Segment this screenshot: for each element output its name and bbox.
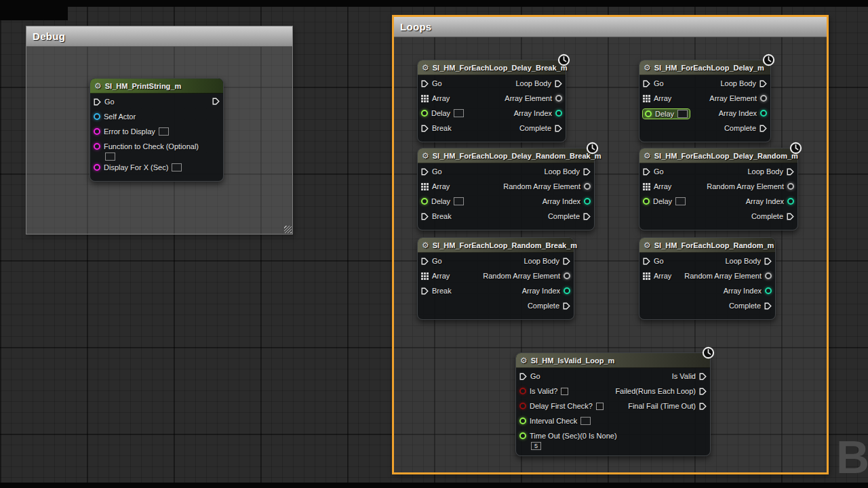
bool-pin-icon[interactable] bbox=[519, 403, 526, 409]
blueprint-node[interactable]: ⚙SI_HM_ForEachLoop_Random_Break_mGoLoop … bbox=[417, 237, 574, 320]
exec-pin-icon[interactable] bbox=[583, 213, 591, 220]
array-pin-icon[interactable] bbox=[643, 272, 650, 280]
pin-label: Loop Body bbox=[747, 167, 783, 176]
exec-pin-icon[interactable] bbox=[764, 258, 772, 265]
pin-row: DelayArray Index bbox=[418, 108, 566, 123]
float-pin-icon[interactable] bbox=[421, 198, 428, 205]
exec-pin-icon[interactable] bbox=[421, 287, 429, 295]
exec-pin-icon[interactable] bbox=[760, 125, 767, 132]
pin-value-editbox[interactable] bbox=[172, 163, 182, 171]
node-header[interactable]: ⚙SI_HM_ForEachLoop_Delay_Break_m bbox=[418, 60, 566, 75]
blueprint-node[interactable]: ⚙SI_HM_ForEachLoop_Delay_mGoLoop BodyArr… bbox=[639, 60, 771, 142]
pin-value-editbox[interactable] bbox=[677, 110, 688, 118]
pin-value-editbox[interactable] bbox=[454, 197, 464, 205]
pin-line: Interval Check bbox=[519, 417, 591, 425]
int-pin-icon[interactable] bbox=[564, 287, 570, 294]
pin-line: Array Index bbox=[522, 287, 570, 295]
array-pin-icon[interactable] bbox=[421, 272, 429, 280]
object-pin-icon[interactable] bbox=[94, 113, 100, 120]
pin-line: Go bbox=[519, 372, 540, 380]
exec-pin-icon[interactable] bbox=[563, 258, 570, 265]
exec-pin-icon[interactable] bbox=[212, 98, 220, 105]
exec-pin-icon[interactable] bbox=[555, 80, 562, 87]
wildcard-pin-icon[interactable] bbox=[765, 272, 772, 279]
pin-value-editbox[interactable] bbox=[675, 197, 686, 205]
wildcard-pin-icon[interactable] bbox=[555, 95, 562, 102]
exec-pin-icon[interactable] bbox=[421, 213, 429, 220]
exec-pin-icon[interactable] bbox=[643, 258, 650, 265]
pin-line: Array bbox=[643, 272, 671, 280]
string-pin-icon[interactable] bbox=[94, 164, 100, 171]
blueprint-node[interactable]: ⚙SI_HM_ForEachLoop_Delay_Random_Break_mG… bbox=[417, 148, 595, 230]
exec-pin-icon[interactable] bbox=[94, 98, 101, 106]
exec-pin-icon[interactable] bbox=[421, 258, 429, 265]
blueprint-node[interactable]: ⚙SI_HM_ForEachLoop_Delay_Break_mGoLoop B… bbox=[417, 60, 566, 142]
blueprint-node[interactable]: ⚙SI_HM_IsValid_Loop_mGoIs ValidIs Valid?… bbox=[515, 352, 711, 456]
wildcard-pin-icon[interactable] bbox=[584, 183, 591, 190]
array-pin-icon[interactable] bbox=[643, 95, 650, 102]
array-pin-icon[interactable] bbox=[643, 183, 650, 190]
wildcard-pin-icon[interactable] bbox=[564, 272, 570, 279]
pin-line: Array bbox=[421, 182, 450, 190]
exec-pin-icon[interactable] bbox=[699, 403, 707, 410]
pin-row: GoIs Valid bbox=[516, 371, 710, 386]
wildcard-pin-icon[interactable] bbox=[760, 95, 767, 102]
exec-pin-icon[interactable] bbox=[699, 373, 707, 380]
exec-pin-icon[interactable] bbox=[583, 168, 591, 176]
node-header[interactable]: ⚙SI_HM_ForEachLoop_Random_m bbox=[639, 238, 775, 253]
node-header[interactable]: ⚙SI_HM_ForEachLoop_Random_Break_m bbox=[418, 238, 574, 253]
pin-value-editbox[interactable] bbox=[580, 417, 591, 425]
exec-pin-icon[interactable] bbox=[699, 388, 707, 395]
int-pin-icon[interactable] bbox=[555, 110, 562, 117]
exec-pin-icon[interactable] bbox=[787, 168, 794, 176]
node-header[interactable]: ⚙SI_HM_ForEachLoop_Delay_Random_Break_m bbox=[418, 148, 594, 163]
float-pin-icon[interactable] bbox=[643, 198, 650, 205]
comment-header[interactable]: Debug bbox=[26, 26, 292, 47]
exec-pin-icon[interactable] bbox=[643, 168, 650, 176]
float-pin-icon[interactable] bbox=[519, 432, 526, 439]
wildcard-pin-icon[interactable] bbox=[787, 183, 794, 190]
exec-pin-icon[interactable] bbox=[563, 302, 570, 310]
node-header[interactable]: ⚙SI_HM_ForEachLoop_Delay_Random_m bbox=[639, 148, 797, 163]
node-title: SI_HM_ForEachLoop_Delay_m bbox=[654, 64, 764, 72]
exec-pin-icon[interactable] bbox=[421, 168, 429, 176]
int-pin-icon[interactable] bbox=[765, 287, 772, 294]
blueprint-node[interactable]: ⚙SI_HM_PrintString_mGoSelf ActorError to… bbox=[90, 78, 224, 182]
array-pin-icon[interactable] bbox=[421, 95, 429, 102]
pin-row: ArrayArray Element bbox=[418, 93, 566, 108]
comment-header[interactable]: Loops bbox=[394, 17, 827, 37]
bool-pin-icon[interactable] bbox=[519, 388, 526, 394]
node-header[interactable]: ⚙SI_HM_ForEachLoop_Delay_m bbox=[639, 60, 770, 75]
node-header[interactable]: ⚙SI_HM_IsValid_Loop_m bbox=[516, 353, 710, 368]
pin-value-editbox[interactable] bbox=[454, 109, 464, 117]
exec-pin-icon[interactable] bbox=[787, 213, 794, 220]
pin-row: GoLoop Body bbox=[639, 166, 797, 181]
float-pin-icon[interactable] bbox=[645, 110, 652, 117]
pin-value-checkbox[interactable] bbox=[596, 403, 604, 410]
string-pin-icon[interactable] bbox=[94, 143, 100, 150]
graph-canvas[interactable]: DebugLoops⚙SI_HM_PrintString_mGoSelf Act… bbox=[0, 0, 868, 488]
int-pin-icon[interactable] bbox=[787, 198, 794, 205]
exec-pin-icon[interactable] bbox=[643, 80, 650, 87]
exec-pin-icon[interactable] bbox=[760, 80, 767, 87]
gear-icon: ⚙ bbox=[422, 64, 429, 72]
exec-pin-icon[interactable] bbox=[421, 125, 429, 132]
node-header[interactable]: ⚙SI_HM_PrintString_m bbox=[90, 79, 223, 94]
exec-pin-icon[interactable] bbox=[421, 80, 429, 87]
comment-resize-grip[interactable] bbox=[284, 226, 292, 233]
exec-pin-icon[interactable] bbox=[555, 125, 562, 132]
float-pin-icon[interactable] bbox=[519, 418, 526, 424]
int-pin-icon[interactable] bbox=[760, 110, 767, 117]
exec-pin-icon[interactable] bbox=[764, 302, 772, 310]
blueprint-node[interactable]: ⚙SI_HM_ForEachLoop_Delay_Random_mGoLoop … bbox=[639, 148, 798, 230]
string-pin-icon[interactable] bbox=[94, 128, 100, 135]
pin-value-checkbox[interactable] bbox=[561, 388, 568, 395]
pin-value-editbox[interactable] bbox=[105, 152, 115, 161]
blueprint-node[interactable]: ⚙SI_HM_ForEachLoop_Random_mGoLoop BodyAr… bbox=[639, 237, 776, 320]
float-pin-icon[interactable] bbox=[421, 110, 428, 117]
pin-value-editbox[interactable] bbox=[159, 127, 169, 136]
int-pin-icon[interactable] bbox=[584, 198, 591, 205]
exec-pin-icon[interactable] bbox=[519, 373, 527, 380]
array-pin-icon[interactable] bbox=[421, 183, 429, 190]
pin-value-editbox[interactable]: 5 bbox=[531, 442, 541, 450]
